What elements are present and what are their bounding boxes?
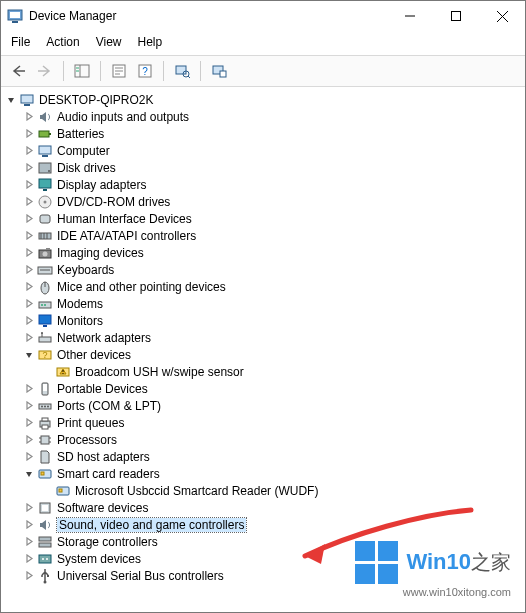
battery-icon bbox=[37, 126, 53, 142]
scan-hardware-button[interactable] bbox=[170, 60, 194, 82]
tree-node[interactable]: Disk drives bbox=[23, 159, 525, 176]
tree-node-label: Batteries bbox=[57, 127, 104, 141]
tree-node[interactable]: Smart card readers bbox=[23, 465, 525, 482]
window-title: Device Manager bbox=[29, 9, 387, 23]
speaker-icon bbox=[37, 517, 53, 533]
warn-icon bbox=[55, 364, 71, 380]
menu-file[interactable]: File bbox=[11, 35, 30, 49]
expand-arrow-icon[interactable] bbox=[23, 570, 35, 582]
expand-arrow-icon[interactable] bbox=[23, 162, 35, 174]
tree-node[interactable]: System devices bbox=[23, 550, 525, 567]
show-hide-tree-button[interactable] bbox=[70, 60, 94, 82]
svg-rect-41 bbox=[46, 248, 50, 250]
tree-node[interactable]: Keyboards bbox=[23, 261, 525, 278]
menu-help[interactable]: Help bbox=[138, 35, 163, 49]
mouse-icon bbox=[37, 279, 53, 295]
expand-arrow-icon[interactable] bbox=[23, 383, 35, 395]
expand-arrow-icon[interactable] bbox=[23, 434, 35, 446]
svg-text:?: ? bbox=[42, 350, 47, 360]
tree-node-label: Universal Serial Bus controllers bbox=[57, 569, 224, 583]
tree-node[interactable]: Storage controllers bbox=[23, 533, 525, 550]
expand-arrow-icon[interactable] bbox=[23, 264, 35, 276]
expand-arrow-icon[interactable] bbox=[23, 315, 35, 327]
minimize-button[interactable] bbox=[387, 1, 433, 31]
tree-node[interactable]: Human Interface Devices bbox=[23, 210, 525, 227]
computer-icon bbox=[37, 143, 53, 159]
tree-node[interactable]: Batteries bbox=[23, 125, 525, 142]
tree-node-label: IDE ATA/ATAPI controllers bbox=[57, 229, 196, 243]
tree-child-label: Broadcom USH w/swipe sensor bbox=[75, 365, 244, 379]
expand-arrow-icon[interactable] bbox=[23, 247, 35, 259]
extra-tool-button[interactable] bbox=[207, 60, 231, 82]
tree-node[interactable]: Print queues bbox=[23, 414, 525, 431]
expand-arrow-icon[interactable] bbox=[23, 179, 35, 191]
forward-button[interactable] bbox=[33, 60, 57, 82]
expand-arrow-icon[interactable] bbox=[5, 94, 17, 106]
tree-node[interactable]: SD host adapters bbox=[23, 448, 525, 465]
tree-node[interactable]: Software devices bbox=[23, 499, 525, 516]
svg-rect-78 bbox=[42, 505, 48, 511]
tree-node[interactable]: Audio inputs and outputs bbox=[23, 108, 525, 125]
back-button[interactable] bbox=[7, 60, 31, 82]
svg-rect-17 bbox=[176, 66, 186, 74]
tree-node[interactable]: Network adapters bbox=[23, 329, 525, 346]
tree-node[interactable]: Computer bbox=[23, 142, 525, 159]
tree-node[interactable]: DVD/CD-ROM drives bbox=[23, 193, 525, 210]
properties-button[interactable] bbox=[107, 60, 131, 82]
tree-node[interactable]: Modems bbox=[23, 295, 525, 312]
tree-node[interactable]: Processors bbox=[23, 431, 525, 448]
tree-node[interactable]: Universal Serial Bus controllers bbox=[23, 567, 525, 584]
tree-node[interactable]: Monitors bbox=[23, 312, 525, 329]
tree-child-node[interactable]: Microsoft Usbccid Smartcard Reader (WUDF… bbox=[41, 482, 525, 499]
svg-point-82 bbox=[42, 558, 44, 560]
expand-arrow-icon[interactable] bbox=[23, 332, 35, 344]
tree-root-node[interactable]: DESKTOP-QIPRO2K bbox=[5, 91, 525, 108]
close-button[interactable] bbox=[479, 1, 525, 31]
svg-point-58 bbox=[62, 372, 63, 373]
tree-node[interactable]: Portable Devices bbox=[23, 380, 525, 397]
svg-point-62 bbox=[41, 405, 43, 407]
tree-node[interactable]: Imaging devices bbox=[23, 244, 525, 261]
tree-node[interactable]: Sound, video and game controllers bbox=[23, 516, 525, 533]
expand-arrow-icon[interactable] bbox=[23, 400, 35, 412]
computer-icon bbox=[19, 92, 35, 108]
expand-arrow-icon[interactable] bbox=[23, 451, 35, 463]
svg-rect-81 bbox=[39, 555, 51, 563]
expand-arrow-icon[interactable] bbox=[23, 128, 35, 140]
expand-arrow-icon[interactable] bbox=[23, 417, 35, 429]
expand-arrow-icon[interactable] bbox=[23, 349, 35, 361]
device-tree[interactable]: DESKTOP-QIPRO2K Audio inputs and outputs… bbox=[1, 87, 525, 608]
svg-rect-22 bbox=[21, 95, 33, 103]
expand-arrow-icon[interactable] bbox=[23, 196, 35, 208]
tree-child-node[interactable]: Broadcom USH w/swipe sensor bbox=[41, 363, 525, 380]
tree-node[interactable]: Ports (COM & LPT) bbox=[23, 397, 525, 414]
tree-node[interactable]: ? Other devices bbox=[23, 346, 525, 363]
expand-arrow-icon[interactable] bbox=[23, 519, 35, 531]
storage-icon bbox=[37, 534, 53, 550]
menu-view[interactable]: View bbox=[96, 35, 122, 49]
expand-arrow-icon[interactable] bbox=[23, 281, 35, 293]
expand-arrow-icon[interactable] bbox=[23, 298, 35, 310]
other-icon: ? bbox=[37, 347, 53, 363]
svg-point-33 bbox=[44, 200, 47, 203]
expand-arrow-icon[interactable] bbox=[23, 145, 35, 157]
expand-arrow-icon[interactable] bbox=[23, 213, 35, 225]
printer-icon bbox=[37, 415, 53, 431]
tree-node[interactable]: Mice and other pointing devices bbox=[23, 278, 525, 295]
tree-node-label: SD host adapters bbox=[57, 450, 150, 464]
sd-icon bbox=[37, 449, 53, 465]
help-button[interactable]: ? bbox=[133, 60, 157, 82]
tree-node-label: Human Interface Devices bbox=[57, 212, 192, 226]
expand-arrow-icon[interactable] bbox=[23, 468, 35, 480]
svg-rect-26 bbox=[39, 146, 51, 154]
expand-arrow-icon[interactable] bbox=[23, 502, 35, 514]
expand-arrow-icon[interactable] bbox=[23, 536, 35, 548]
tree-node[interactable]: IDE ATA/ATAPI controllers bbox=[23, 227, 525, 244]
maximize-button[interactable] bbox=[433, 1, 479, 31]
tree-node[interactable]: Display adapters bbox=[23, 176, 525, 193]
menu-action[interactable]: Action bbox=[46, 35, 79, 49]
expand-arrow-icon[interactable] bbox=[23, 230, 35, 242]
expand-arrow-icon[interactable] bbox=[23, 553, 35, 565]
expand-arrow-icon[interactable] bbox=[23, 111, 35, 123]
display-icon bbox=[37, 177, 53, 193]
